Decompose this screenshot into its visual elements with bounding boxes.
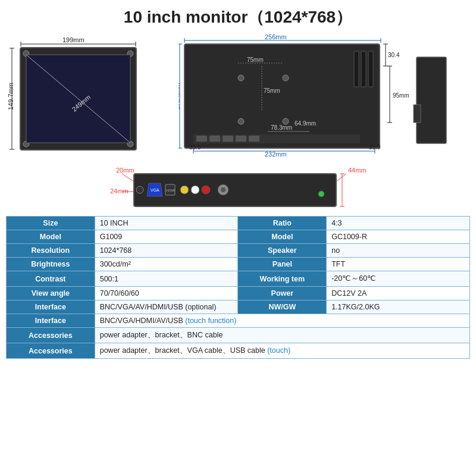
spec-value-interface2: BNC/VGA/HDMI/AV/USB (touch function): [95, 314, 469, 328]
svg-text:20mm: 20mm: [116, 167, 134, 174]
spec-label-brightness: Brightness: [7, 258, 95, 271]
svg-text:199mm: 199mm: [62, 36, 84, 43]
spec-label-accessories2: Accessories: [7, 343, 95, 359]
diagrams-container: 199mm 149.7mm 249mm: [6, 33, 470, 158]
svg-text:35.9: 35.9: [189, 144, 201, 151]
svg-rect-34: [361, 51, 366, 87]
spec-value-contrast: 500:1: [95, 271, 238, 287]
spec-row-interface2: Interface BNC/VGA/HDMI/AV/USB (touch fun…: [7, 314, 470, 328]
svg-text:30.4: 30.4: [388, 52, 400, 58]
spec-value-interface1: BNC/VGA/AV/HDMI/USB (optional): [95, 300, 238, 314]
spec-value-power: DC12V 2A: [327, 287, 470, 300]
svg-rect-48: [236, 136, 246, 142]
svg-point-40: [238, 75, 244, 81]
svg-point-78: [221, 187, 226, 192]
spec-label-resolution: Resolution: [7, 244, 95, 258]
svg-rect-35: [368, 51, 373, 87]
svg-text:VGA: VGA: [151, 188, 159, 192]
spec-label-model-r: Model: [238, 230, 327, 244]
spec-row-contrast: Contrast 500:1 Working tem -20℃～60℃: [7, 271, 470, 287]
svg-rect-49: [249, 136, 259, 142]
spec-row-size: Size 10 INCH Ratio 4:3: [7, 217, 470, 230]
spec-label-interface1: Interface: [7, 300, 95, 314]
spec-value-viewangle: 70/70/60/60: [95, 287, 238, 300]
spec-label-speaker: Speaker: [238, 244, 327, 258]
svg-rect-46: [209, 136, 220, 142]
spec-row-model: Model G1009 Model GC1009-R: [7, 230, 470, 244]
spec-label-ratio: Ratio: [238, 217, 327, 230]
svg-line-62: [122, 174, 134, 181]
svg-point-75: [191, 186, 199, 194]
svg-text:256mm: 256mm: [265, 33, 287, 40]
svg-point-43: [283, 118, 289, 124]
svg-point-79: [318, 191, 324, 197]
svg-rect-68: [134, 174, 336, 206]
svg-rect-32: [184, 44, 380, 148]
spec-label-interface2: Interface: [7, 314, 95, 328]
spec-value-nwgw: 1.17KG/2.0KG: [327, 300, 470, 314]
svg-rect-60: [414, 105, 421, 123]
svg-rect-59: [416, 57, 446, 143]
svg-rect-45: [196, 136, 207, 142]
svg-point-41: [283, 75, 289, 81]
spec-label-size: Size: [7, 217, 95, 230]
svg-text:95mm: 95mm: [393, 92, 409, 99]
spec-value-working-tem: -20℃～60℃: [327, 271, 470, 287]
svg-text:78.3mm: 78.3mm: [271, 124, 292, 131]
svg-line-67: [336, 174, 346, 181]
spec-value-accessories1: power adapter、bracket、BNC cable: [95, 328, 469, 343]
svg-point-74: [180, 186, 189, 194]
spec-row-brightness: Brightness 300cd/m² Panel TFT: [7, 258, 470, 271]
back-diagram: 256mm 232mm 178.8mm 30.4: [178, 33, 470, 158]
spec-row-interface1: Interface BNC/VGA/AV/HDMI/USB (optional)…: [7, 300, 470, 314]
spec-label-contrast: Contrast: [7, 271, 95, 287]
spec-row-viewangle: View angle 70/70/60/60 Power DC12V 2A: [7, 287, 470, 300]
front-diagram: 199mm 149.7mm 249mm: [6, 33, 161, 158]
svg-point-76: [202, 186, 210, 194]
touch-label-2: (touch): [267, 346, 290, 355]
svg-text:75mm: 75mm: [247, 57, 264, 63]
spec-label-working-tem: Working tem: [238, 271, 327, 287]
side-view-container: 20mm 24mm 44mm VGA HDMI: [6, 161, 470, 211]
svg-text:232mm: 232mm: [265, 151, 287, 158]
spec-value-model-r: GC1009-R: [327, 230, 470, 244]
svg-text:44mm: 44mm: [348, 167, 367, 174]
svg-point-42: [238, 118, 244, 124]
svg-text:178.8mm: 178.8mm: [178, 83, 181, 110]
spec-label-nwgw: NW/GW: [238, 300, 327, 314]
spec-value-size: 10 INCH: [95, 217, 238, 230]
spec-value-ratio: 4:3: [327, 217, 470, 230]
spec-value-resolution: 1024*768: [95, 244, 238, 258]
spec-label-power: Power: [238, 287, 327, 300]
svg-text:75mm: 75mm: [264, 87, 280, 94]
touch-label-1: (touch function): [185, 317, 236, 325]
spec-label-panel: Panel: [238, 258, 327, 271]
svg-rect-47: [223, 136, 233, 142]
specs-table: Size 10 INCH Ratio 4:3 Model G1009 Model…: [6, 216, 470, 359]
svg-text:149.7mm: 149.7mm: [7, 83, 14, 110]
svg-text:35.9: 35.9: [369, 144, 381, 151]
spec-row-resolution: Resolution 1024*768 Speaker no: [7, 244, 470, 258]
spec-value-brightness: 300cd/m²: [95, 258, 238, 271]
svg-point-69: [136, 186, 143, 193]
spec-value-panel: TFT: [327, 258, 470, 271]
svg-text:64.9mm: 64.9mm: [295, 120, 316, 127]
svg-rect-33: [354, 51, 359, 87]
svg-text:HDMI: HDMI: [166, 189, 176, 192]
spec-row-accessories1: Accessories power adapter、bracket、BNC ca…: [7, 328, 470, 343]
spec-value-model-l: G1009: [95, 230, 238, 244]
page-title: 10 inch monitor（1024*768）: [124, 6, 352, 29]
spec-value-accessories2: power adapter、bracket、VGA cable、USB cabl…: [95, 343, 469, 359]
spec-value-speaker: no: [327, 244, 470, 258]
spec-label-model-l: Model: [7, 230, 95, 244]
svg-text:24mm: 24mm: [110, 187, 129, 195]
spec-label-accessories1: Accessories: [7, 328, 95, 343]
spec-row-accessories2: Accessories power adapter、bracket、VGA ca…: [7, 343, 470, 359]
spec-label-viewangle: View angle: [7, 287, 95, 300]
